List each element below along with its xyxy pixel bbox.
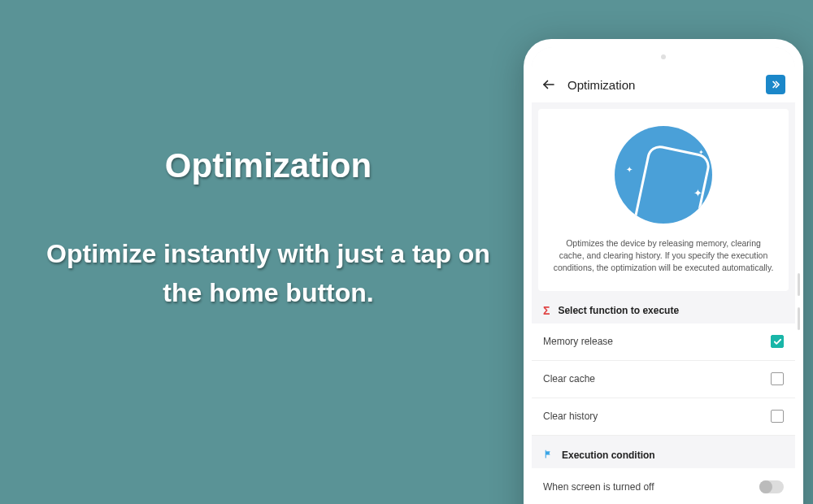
hero-illustration: ✦ ✦ ✦ — [611, 122, 716, 228]
checkbox-checked[interactable] — [771, 335, 784, 348]
camera-notch — [661, 54, 666, 59]
back-arrow-icon[interactable] — [541, 77, 556, 92]
phone-side-buttons — [798, 273, 800, 341]
chevron-double-right-icon — [770, 79, 781, 90]
flag-icon — [543, 449, 554, 462]
function-item-clear-cache[interactable]: Clear cache — [532, 361, 795, 398]
phone-screen: Optimization ✦ ✦ ✦ Optimizes the device … — [532, 47, 795, 504]
functions-section-header: Σ Select function to execute — [532, 291, 795, 324]
promo-section: Optimization Optimize instantly with jus… — [33, 146, 504, 312]
sparkle-icon: ✦ — [693, 187, 702, 199]
checkbox-unchecked[interactable] — [771, 372, 784, 385]
sparkle-icon: ✦ — [698, 149, 704, 156]
hero-description: Optimizes the device by releasing memory… — [553, 237, 774, 275]
sparkle-icon: ✦ — [626, 165, 633, 174]
status-bar — [532, 47, 795, 67]
condition-item-screen-off[interactable]: When screen is turned off — [532, 468, 795, 504]
sigma-icon: Σ — [543, 304, 550, 317]
hero-card: ✦ ✦ ✦ Optimizes the device by releasing … — [538, 109, 789, 291]
function-label: Memory release — [543, 336, 613, 347]
checkbox-unchecked[interactable] — [771, 410, 784, 423]
checkmark-icon — [773, 337, 782, 346]
conditions-section-header: Execution condition — [532, 436, 795, 468]
app-bar: Optimization — [532, 67, 795, 102]
conditions-section-title: Execution condition — [562, 450, 655, 461]
phone-frame: Optimization ✦ ✦ ✦ Optimizes the device … — [524, 39, 803, 504]
promo-title: Optimization — [33, 146, 504, 185]
toggle-off[interactable] — [759, 480, 784, 493]
function-label: Clear cache — [543, 373, 595, 385]
functions-section-title: Select function to execute — [558, 305, 679, 316]
volume-up-button — [798, 273, 800, 296]
function-label: Clear history — [543, 411, 598, 422]
page-title: Optimization — [567, 78, 754, 92]
volume-down-button — [798, 307, 800, 330]
forward-button[interactable] — [766, 75, 785, 94]
promo-subtitle: Optimize instantly with just a tap on th… — [33, 234, 504, 312]
condition-label: When screen is turned off — [543, 481, 654, 493]
function-item-memory-release[interactable]: Memory release — [532, 324, 795, 361]
function-item-clear-history[interactable]: Clear history — [532, 398, 795, 436]
